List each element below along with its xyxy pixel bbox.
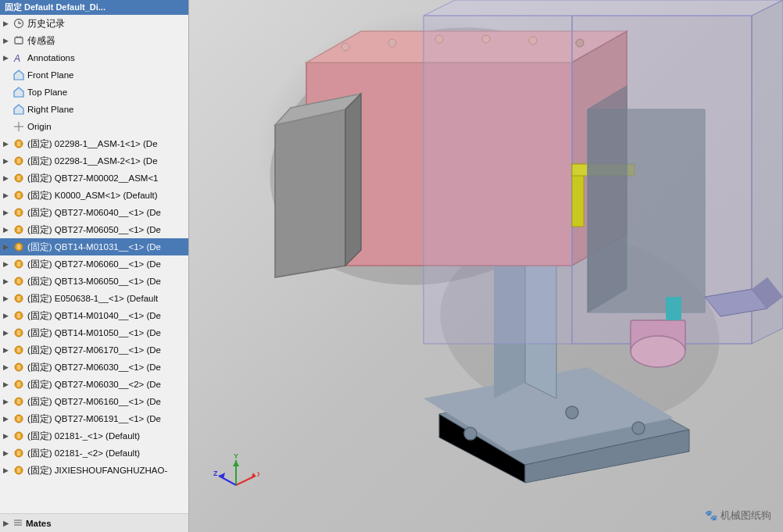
origin-icon bbox=[13, 120, 25, 133]
component-icon bbox=[13, 223, 25, 236]
svg-point-65 bbox=[482, 35, 490, 43]
svg-text:X: X bbox=[257, 470, 259, 478]
tree-item-label: (固定) QBT27-M06030__<1> (De bbox=[27, 359, 185, 375]
history-icon bbox=[13, 17, 25, 30]
svg-text:Z: Z bbox=[213, 470, 218, 477]
tree-item-comp7[interactable]: ▶ (固定) QBT14-M01031__<1> (De bbox=[0, 238, 188, 255]
mates-label: Mates bbox=[26, 519, 52, 528]
expand-arrow: ▶ bbox=[3, 239, 13, 255]
tree-item-comp6[interactable]: ▶ (固定) QBT27-M06050__<1> (De bbox=[0, 221, 188, 238]
tree-item-label: Front Plane bbox=[27, 67, 185, 83]
tree-item-label: (固定) QBT27-M06040__<1> (De bbox=[27, 205, 185, 220]
component-icon bbox=[13, 395, 25, 408]
tree-item-label: (固定) QBT27-M00002__ASM<1 bbox=[27, 170, 185, 186]
component-icon bbox=[13, 258, 25, 270]
tree-item-label: Top Plane bbox=[27, 84, 185, 100]
tree-item-history[interactable]: ▶ 历史记录 bbox=[0, 15, 188, 32]
plane-icon bbox=[13, 103, 25, 116]
svg-text:A: A bbox=[13, 53, 20, 63]
component-icon bbox=[13, 137, 25, 150]
tree-item-comp2[interactable]: ▶ (固定) 02298-1__ASM-2<1> (De bbox=[0, 152, 188, 170]
tree-item-comp3[interactable]: ▶ (固定) QBT27-M00002__ASM<1 bbox=[0, 170, 188, 187]
viewport[interactable]: X Y Z 🐾 机械图纸狗 bbox=[189, 0, 783, 532]
svg-marker-75 bbox=[233, 460, 239, 466]
tree-item-comp4[interactable]: ▶ (固定) K0000_ASM<1> (Default) bbox=[0, 187, 188, 204]
mates-item[interactable]: ▶ Mates bbox=[0, 513, 188, 532]
expand-arrow: ▶ bbox=[3, 342, 13, 358]
component-icon bbox=[13, 292, 25, 305]
tree-item-comp9[interactable]: ▶ (固定) QBT13-M06050__<1> (De bbox=[0, 273, 188, 290]
axis-indicator: X Y Z bbox=[213, 454, 259, 501]
expand-arrow: ▶ bbox=[3, 273, 13, 289]
expand-arrow: ▶ bbox=[3, 16, 13, 31]
expand-arrow: ▶ bbox=[3, 205, 13, 220]
sensor-icon bbox=[13, 34, 25, 47]
tree-item-comp19[interactable]: ▶ (固定) 02181-_<2> (Default) bbox=[0, 445, 188, 462]
tree-item-label: (固定) QBT27-M06160__<1> (De bbox=[27, 394, 185, 409]
component-icon bbox=[13, 447, 25, 459]
tree-item-comp11[interactable]: ▶ (固定) QBT14-M01040__<1> (De bbox=[0, 307, 188, 324]
component-icon bbox=[13, 327, 25, 339]
model-view bbox=[189, 0, 783, 532]
svg-marker-7 bbox=[14, 105, 23, 114]
component-icon bbox=[13, 155, 25, 167]
tree-item-comp12[interactable]: ▶ (固定) QBT14-M01050__<1> (De bbox=[0, 324, 188, 341]
tree-item-label: (固定) QBT27-M06191__<1> (De bbox=[27, 411, 185, 427]
svg-point-69 bbox=[566, 406, 578, 419]
tree-item-label: (固定) QBT27-M06030__<2> (De bbox=[27, 377, 185, 392]
expand-arrow: ▶ bbox=[3, 359, 13, 375]
tree-item-comp17[interactable]: ▶ (固定) QBT27-M06191__<1> (De bbox=[0, 410, 188, 427]
tree-item-comp14[interactable]: ▶ (固定) QBT27-M06030__<1> (De bbox=[0, 359, 188, 376]
expand-arrow: ▶ bbox=[3, 428, 13, 444]
component-icon bbox=[13, 189, 25, 202]
tree-item-origin[interactable]: Origin bbox=[0, 118, 188, 135]
feature-tree[interactable]: ▶ 历史记录 ▶ 传感器 ▶ A Annotations Front Plane… bbox=[0, 15, 188, 513]
watermark: 🐾 机械图纸狗 bbox=[705, 509, 771, 523]
tree-item-comp1[interactable]: ▶ (固定) 02298-1__ASM-1<1> (De bbox=[0, 135, 188, 152]
expand-arrow: ▶ bbox=[3, 445, 13, 461]
expand-arrow: ▶ bbox=[3, 325, 13, 341]
tree-item-label: 历史记录 bbox=[27, 16, 185, 31]
mates-icon bbox=[13, 517, 23, 530]
expand-arrow: ▶ bbox=[3, 291, 13, 306]
tree-item-front-plane[interactable]: Front Plane bbox=[0, 66, 188, 84]
annotation-icon: A bbox=[13, 52, 25, 64]
sidebar-header: 固定 Default Default_Di... bbox=[0, 0, 188, 15]
tree-item-comp16[interactable]: ▶ (固定) QBT27-M06160__<1> (De bbox=[0, 393, 188, 410]
tree-item-comp5[interactable]: ▶ (固定) QBT27-M06040__<1> (De bbox=[0, 204, 188, 221]
expand-arrow: ▶ bbox=[3, 187, 13, 203]
tree-item-comp20[interactable]: ▶ (固定) JIXIESHOUFANGHUZHAO- bbox=[0, 462, 188, 479]
tree-item-label: (固定) 02181-_<1> (Default) bbox=[27, 428, 185, 444]
tree-item-comp10[interactable]: ▶ (固定) E050638-1__<1> (Default bbox=[0, 290, 188, 307]
tree-item-annotations[interactable]: ▶ A Annotations bbox=[0, 49, 188, 66]
svg-marker-47 bbox=[424, 0, 783, 16]
svg-rect-1 bbox=[15, 37, 23, 44]
tree-item-label: (固定) QBT27-M06170__<1> (De bbox=[27, 342, 185, 358]
svg-point-64 bbox=[435, 35, 443, 43]
tree-item-comp8[interactable]: ▶ (固定) QBT27-M06060__<1> (De bbox=[0, 255, 188, 273]
component-icon bbox=[13, 464, 25, 477]
tree-item-label: (固定) E050638-1__<1> (Default bbox=[27, 291, 185, 306]
tree-item-label: (固定) K0000_ASM<1> (Default) bbox=[27, 187, 185, 203]
svg-marker-46 bbox=[424, 16, 572, 344]
expand-arrow: ▶ bbox=[3, 170, 13, 186]
component-icon bbox=[13, 361, 25, 373]
component-icon bbox=[13, 241, 25, 253]
tree-item-right-plane[interactable]: Right Plane bbox=[0, 101, 188, 118]
expand-arrow: ▶ bbox=[3, 462, 13, 478]
tree-item-label: (固定) JIXIESHOUFANGHUZHAO- bbox=[27, 462, 185, 478]
tree-item-comp18[interactable]: ▶ (固定) 02181-_<1> (Default) bbox=[0, 427, 188, 445]
svg-point-67 bbox=[576, 39, 584, 47]
tree-item-label: (固定) QBT13-M06050__<1> (De bbox=[27, 273, 185, 289]
tree-item-label: (固定) 02298-1__ASM-1<1> (De bbox=[27, 136, 185, 152]
tree-item-label: (固定) 02298-1__ASM-2<1> (De bbox=[27, 153, 185, 169]
tree-item-label: Annotations bbox=[27, 50, 185, 66]
svg-point-62 bbox=[341, 43, 349, 51]
tree-item-top-plane[interactable]: Top Plane bbox=[0, 84, 188, 101]
tree-item-label: 传感器 bbox=[27, 33, 185, 48]
expand-arrow: ▶ bbox=[3, 136, 13, 152]
tree-item-comp15[interactable]: ▶ (固定) QBT27-M06030__<2> (De bbox=[0, 376, 188, 393]
tree-item-comp13[interactable]: ▶ (固定) QBT27-M06170__<1> (De bbox=[0, 341, 188, 359]
component-icon bbox=[13, 206, 25, 219]
tree-item-sensor[interactable]: ▶ 传感器 bbox=[0, 32, 188, 49]
